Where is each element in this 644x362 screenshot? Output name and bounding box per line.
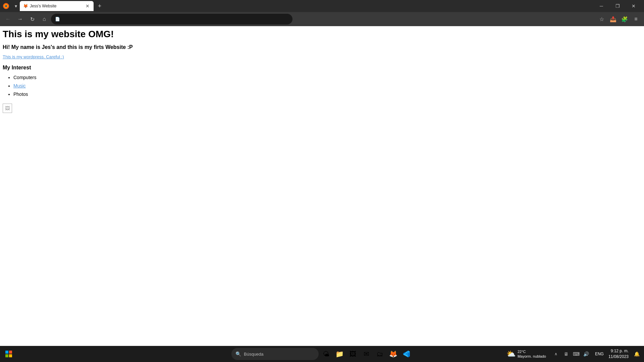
taskbar-mail-icon[interactable]: ✉ xyxy=(360,348,372,360)
browser-window: ▾ 🦊 Jess's Website ✕ + ─ ❐ ✕ ← → ↻ ⌂ 📄 ☆ xyxy=(0,0,644,362)
tab-list-button[interactable]: ▾ xyxy=(12,0,20,12)
section-heading: My Interest xyxy=(3,65,641,71)
taskbar-left xyxy=(0,346,16,362)
taskbar-center: 🔍 Búsqueda 🌤 📁 🖼 ✉ 🗂 🦊 xyxy=(231,348,413,360)
list-item: Computers xyxy=(13,73,641,82)
svg-rect-3 xyxy=(5,351,8,354)
url-bar-container: 📄 xyxy=(51,14,292,24)
page-title: This is my website OMG! xyxy=(3,29,641,40)
interests-list: Computers Music Photos xyxy=(3,73,641,99)
tray-display-icon[interactable]: 🖥 xyxy=(561,349,571,359)
date-display: 11/08/2023 xyxy=(608,354,629,360)
nav-bar: ← → ↻ ⌂ 📄 ☆ 📥 🧩 ≡ xyxy=(0,12,644,26)
taskbar-photos-icon[interactable]: 🖼 xyxy=(347,348,359,360)
svg-rect-4 xyxy=(9,351,12,354)
taskbar-time[interactable]: 9:12 p. m. 11/08/2023 xyxy=(606,348,631,360)
time-display: 9:12 p. m. xyxy=(608,348,629,354)
pocket-button[interactable]: 📥 xyxy=(608,14,619,24)
taskbar-file-explorer-icon[interactable]: 📁 xyxy=(333,348,345,360)
home-button[interactable]: ⌂ xyxy=(39,14,50,24)
image-placeholder: 🖼 xyxy=(3,104,12,113)
taskbar-widgets-icon[interactable]: 🌤 xyxy=(320,348,332,360)
tray-volume-icon[interactable]: 🔊 xyxy=(582,349,591,359)
interest-music-link[interactable]: Music xyxy=(13,83,26,88)
url-bar-input[interactable] xyxy=(63,17,288,22)
window-controls: ─ ❐ ✕ xyxy=(594,0,641,12)
notifications-icon[interactable]: 🔔 xyxy=(632,349,641,359)
tray-chevron-icon[interactable]: ∧ xyxy=(551,349,561,359)
search-icon: 🔍 xyxy=(235,351,241,357)
svg-rect-5 xyxy=(5,354,8,357)
start-button[interactable] xyxy=(1,346,16,362)
system-tray: ∧ 🖥 ⌨ 🔊 xyxy=(550,349,592,359)
svg-point-2 xyxy=(5,5,7,7)
close-button[interactable]: ✕ xyxy=(626,0,641,12)
weather-desc: Mayorm. nublado xyxy=(518,354,546,359)
tray-keyboard-icon[interactable]: ⌨ xyxy=(572,349,581,359)
weather-widget[interactable]: ⛅ 22°C Mayorm. nublado xyxy=(504,349,549,359)
title-bar: ▾ 🦊 Jess's Website ✕ + ─ ❐ ✕ xyxy=(0,0,644,12)
tab-favicon-icon: 🦊 xyxy=(23,4,28,8)
taskbar: 🔍 Búsqueda 🌤 📁 🖼 ✉ 🗂 🦊 xyxy=(0,346,644,362)
forward-button[interactable]: → xyxy=(15,14,25,24)
interest-computers: Computers xyxy=(13,75,36,80)
weather-icon: ⛅ xyxy=(506,350,516,358)
tab-bar: ▾ 🦊 Jess's Website ✕ + xyxy=(12,0,592,12)
taskbar-right: ⛅ 22°C Mayorm. nublado ∧ 🖥 ⌨ 🔊 ENG 9:12 … xyxy=(504,348,644,360)
tab-title: Jess's Website xyxy=(30,4,83,8)
page-intro: Hi! My name is Jes's and this is my firt… xyxy=(3,44,641,50)
svg-rect-6 xyxy=(9,354,12,357)
interest-photos: Photos xyxy=(13,92,28,97)
maximize-button[interactable]: ❐ xyxy=(610,0,625,12)
bookmark-button[interactable]: ☆ xyxy=(596,14,607,24)
taskbar-vscode-icon[interactable] xyxy=(400,348,413,360)
web-content: This is my website OMG! Hi! My name is J… xyxy=(0,26,644,346)
list-item: Music xyxy=(13,82,641,90)
back-button[interactable]: ← xyxy=(3,14,13,24)
wordpress-link[interactable]: This is my wordpress. Careful :) xyxy=(3,54,641,59)
menu-button[interactable]: ≡ xyxy=(631,14,641,24)
new-tab-button[interactable]: + xyxy=(95,1,104,11)
nav-right-controls: ☆ 📥 🧩 ≡ xyxy=(596,14,641,24)
browser-logo-icon xyxy=(3,3,9,9)
search-placeholder: Búsqueda xyxy=(244,352,264,357)
weather-info: 22°C Mayorm. nublado xyxy=(518,349,546,359)
taskbar-firefox-icon[interactable]: 🦊 xyxy=(387,348,399,360)
tab-close-button[interactable]: ✕ xyxy=(85,3,90,9)
extensions-button[interactable]: 🧩 xyxy=(619,14,630,24)
active-tab[interactable]: 🦊 Jess's Website ✕ xyxy=(20,1,94,11)
taskbar-search[interactable]: 🔍 Búsqueda xyxy=(231,348,319,360)
page-info-icon: 📄 xyxy=(55,17,60,21)
language-indicator[interactable]: ENG xyxy=(594,349,605,359)
taskbar-folder-icon[interactable]: 🗂 xyxy=(374,348,386,360)
list-item: Photos xyxy=(13,90,641,99)
minimize-button[interactable]: ─ xyxy=(594,0,609,12)
refresh-button[interactable]: ↻ xyxy=(27,14,38,24)
weather-temp: 22°C xyxy=(518,349,546,354)
